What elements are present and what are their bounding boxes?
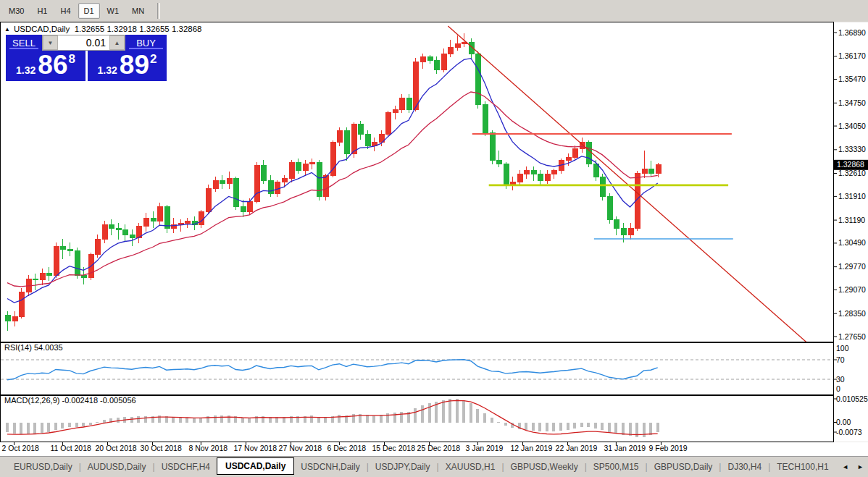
macd-bar	[573, 423, 576, 429]
candle-body	[254, 166, 259, 202]
date-axis-label: 30 Oct 2018	[141, 444, 182, 452]
timeframe-mn[interactable]: MN	[126, 3, 150, 19]
candle-body	[122, 229, 128, 235]
candle-body	[586, 143, 591, 164]
sell-button[interactable]: SELL	[6, 35, 42, 51]
date-axis-label: 9 Feb 2019	[648, 444, 687, 452]
macd-bar	[75, 423, 78, 427]
candle-body	[475, 54, 480, 104]
candle-body	[19, 292, 24, 317]
tab-xauusd-h1[interactable]: XAUUSD,H1	[439, 459, 502, 475]
tab-gbpusd-daily[interactable]: GBPUSD,Daily	[648, 459, 719, 475]
candle-body	[233, 179, 238, 207]
macd-bar	[614, 423, 617, 434]
candle-body	[593, 164, 598, 177]
macd-bar	[172, 417, 175, 422]
rsi-axis-label: 30	[836, 375, 845, 384]
macd-bar	[622, 423, 625, 436]
candle-body	[365, 134, 370, 145]
tab-audusd-daily[interactable]: AUDUSD,Daily	[81, 459, 153, 475]
price-axis-label: 1.33330	[838, 145, 866, 153]
candle-body	[517, 174, 522, 182]
candle-body	[385, 113, 391, 135]
macd-bar	[656, 423, 659, 433]
macd-axis-label: -0.0073	[836, 428, 862, 436]
chart-symbol-label: USDCAD,Daily	[14, 25, 70, 33]
macd-bar	[248, 418, 251, 422]
macd-bar	[504, 423, 507, 426]
price-axis-label: 1.31190	[838, 216, 865, 224]
bid-price-button[interactable]: 1.32 86 8	[6, 51, 85, 81]
tab-gbpusd-weekly[interactable]: GBPUSD,Weekly	[504, 459, 585, 475]
price-axis-label: 1.28350	[838, 309, 866, 318]
rsi-axis-label: 0	[836, 384, 840, 393]
candle-body	[275, 182, 280, 193]
candle-body	[538, 174, 543, 180]
tab-dj30-h4[interactable]: DJ30,H4	[721, 459, 768, 475]
timeframe-d1[interactable]: D1	[78, 3, 100, 19]
macd-bar	[525, 423, 527, 431]
timeframe-toolbar: M30H1H4D1W1MN	[0, 0, 868, 22]
macd-bar	[199, 418, 202, 422]
tab-eurusd-daily[interactable]: EURUSD,Daily	[7, 459, 79, 475]
timeframe-h1[interactable]: H1	[31, 3, 53, 19]
volume-increase-button[interactable]: ▲	[109, 35, 125, 50]
tab-scroll-left-icon[interactable]: ◄	[842, 463, 848, 470]
macd-bar	[20, 423, 22, 434]
candle-body	[289, 162, 294, 179]
collapse-triangle-icon[interactable]: ▲	[4, 26, 10, 33]
tab-usdchf-h4[interactable]: USDCHF,H4	[155, 459, 217, 475]
macd-bar	[635, 423, 638, 438]
macd-bar	[27, 423, 30, 435]
macd-bar	[310, 415, 313, 422]
ask-price-button[interactable]: 1.32 89 2	[88, 51, 167, 81]
date-axis-label: 8 Nov 2018	[188, 444, 228, 452]
candle-body	[427, 57, 433, 61]
buy-button[interactable]: BUY	[125, 35, 167, 51]
timeframe-w1[interactable]: W1	[101, 3, 125, 19]
macd-bar	[324, 417, 327, 422]
tab-scroll-right-icon[interactable]: ►	[857, 463, 864, 470]
tab-usdjpy-daily[interactable]: USDJPY,Daily	[369, 459, 437, 475]
candle-body	[504, 164, 509, 185]
candle-body	[413, 62, 418, 109]
candle-body	[185, 221, 190, 223]
candle-body	[206, 188, 211, 211]
macd-bar	[476, 409, 479, 423]
macd-bar	[144, 416, 147, 423]
candle-body	[545, 174, 550, 180]
candle-body	[572, 149, 577, 157]
macd-bar	[629, 423, 632, 436]
tab-usdcnh-daily[interactable]: USDCNH,Daily	[294, 459, 366, 475]
volume-input[interactable]	[58, 35, 109, 50]
timeframe-h4[interactable]: H4	[54, 3, 76, 19]
candle-body	[309, 162, 314, 164]
macd-bar	[241, 418, 244, 422]
candle-body	[551, 170, 556, 174]
macd-indicator-label: MACD(12,26,9) -0.002418 -0.005056	[4, 396, 136, 405]
timeframe-m30[interactable]: M30	[3, 3, 30, 19]
price-axis-label: 1.36890	[838, 28, 866, 37]
macd-bar	[158, 415, 161, 423]
volume-decrease-button[interactable]: ▼	[43, 35, 58, 50]
macd-bar	[497, 422, 500, 423]
price-axis-label: 1.36170	[838, 51, 866, 60]
macd-bar	[228, 415, 230, 423]
candle-body	[282, 179, 287, 182]
candle-body	[600, 177, 605, 197]
symbol-tab-bar: EURUSD,Daily|AUDUSD,Daily|USDCHF,H4USDCA…	[0, 456, 868, 477]
macd-bar	[393, 413, 396, 423]
date-axis-label: 20 Oct 2018	[95, 444, 136, 452]
date-axis-label: 31 Jan 2019	[604, 444, 646, 452]
macd-bar	[89, 423, 92, 425]
macd-bar	[220, 415, 223, 423]
macd-bar	[491, 418, 493, 422]
macd-bar	[594, 423, 597, 429]
tab-tech100-h1[interactable]: TECH100,H1	[770, 459, 835, 475]
candle-body	[399, 98, 404, 109]
macd-bar	[580, 423, 583, 427]
macd-bar	[54, 423, 57, 431]
candle-body	[337, 131, 342, 143]
tab-sp500-m15[interactable]: SP500,M15	[587, 459, 646, 475]
tab-usdcad-daily[interactable]: USDCAD,Daily	[217, 457, 294, 475]
